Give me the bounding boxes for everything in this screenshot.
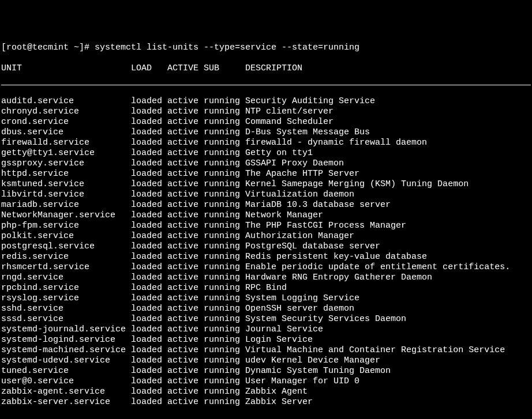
table-row: systemd-udevd.service loaded active runn… xyxy=(1,356,531,366)
table-row: crond.service loaded active running Comm… xyxy=(1,117,531,127)
table-row: rhsmcertd.service loaded active running … xyxy=(1,262,531,273)
table-row: rpcbind.service loaded active running RP… xyxy=(1,283,531,293)
table-row: polkit.service loaded active running Aut… xyxy=(1,231,531,241)
table-row: firewalld.service loaded active running … xyxy=(1,138,531,148)
table-row: zabbix-agent.service loaded active runni… xyxy=(1,387,531,397)
command-text: systemctl list-units --type=service --st… xyxy=(95,43,359,52)
table-row: sshd.service loaded active running OpenS… xyxy=(1,304,531,314)
table-row: tuned.service loaded active running Dyna… xyxy=(1,366,531,376)
table-row: sssd.service loaded active running Syste… xyxy=(1,314,531,324)
header-divider xyxy=(1,85,531,85)
table-row: chronyd.service loaded active running NT… xyxy=(1,107,531,117)
table-row: redis.service loaded active running Redi… xyxy=(1,252,531,262)
table-row: postgresql.service loaded active running… xyxy=(1,241,531,252)
command-line: [root@tecmint ~]# systemctl list-units -… xyxy=(1,43,531,53)
table-row: auditd.service loaded active running Sec… xyxy=(1,96,531,107)
table-row: dbus.service loaded active running D-Bus… xyxy=(1,127,531,138)
table-row: mariadb.service loaded active running Ma… xyxy=(1,200,531,210)
table-header: UNIT LOAD ACTIVE SUB DESCRIPTION xyxy=(1,63,531,74)
table-row: libvirtd.service loaded active running V… xyxy=(1,190,531,200)
table-row: ksmtuned.service loaded active running K… xyxy=(1,179,531,190)
table-row: systemd-journald.service loaded active r… xyxy=(1,324,531,335)
table-row: systemd-logind.service loaded active run… xyxy=(1,335,531,345)
table-row: zabbix-server.service loaded active runn… xyxy=(1,397,531,407)
table-row: NetworkManager.service loaded active run… xyxy=(1,210,531,221)
table-row: rngd.service loaded active running Hardw… xyxy=(1,273,531,283)
table-row: getty@tty1.service loaded active running… xyxy=(1,148,531,158)
table-row: user@0.service loaded active running Use… xyxy=(1,376,531,387)
table-row: httpd.service loaded active running The … xyxy=(1,169,531,179)
table-row: gssproxy.service loaded active running G… xyxy=(1,158,531,169)
table-row: systemd-machined.service loaded active r… xyxy=(1,345,531,356)
service-table: auditd.service loaded active running Sec… xyxy=(1,96,531,407)
shell-prompt: [root@tecmint ~]# xyxy=(1,43,95,52)
table-row: php-fpm.service loaded active running Th… xyxy=(1,221,531,231)
table-row: rsyslog.service loaded active running Sy… xyxy=(1,293,531,304)
